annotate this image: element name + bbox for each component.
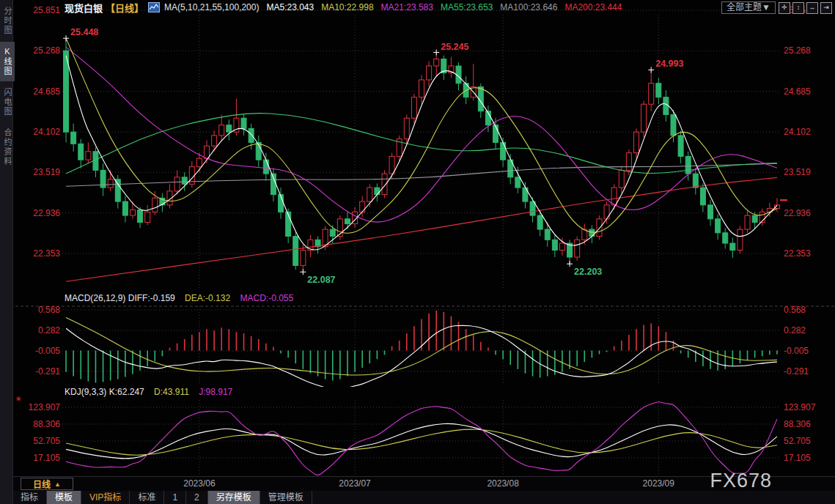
macd-ytick-left: 0.568: [15, 305, 60, 315]
kdj-settings-icon[interactable]: ✳: [15, 395, 21, 403]
main-ytick-left: 22.353: [15, 248, 60, 259]
header-icon-group: ✛↕↔⇥: [779, 2, 832, 14]
main-ytick-right: 25.268: [784, 45, 829, 56]
crosshair-icon[interactable]: ✛: [779, 2, 790, 14]
macd-ytick-left: 0.282: [15, 325, 60, 336]
xtick-2023/06: 2023/06: [176, 478, 223, 489]
toolbar-item-VIP指标[interactable]: VIP指标: [81, 491, 130, 504]
kdj-ytick-right: 17.105: [784, 453, 829, 463]
toolbar-item-2[interactable]: 2: [186, 491, 208, 504]
sidebar-item-K线图[interactable]: K线图: [0, 42, 15, 81]
macd-ytick-left: -0.291: [15, 366, 60, 377]
kdj-ytick-left: 52.705: [15, 436, 60, 446]
macd-ytick-left: -0.005: [15, 346, 60, 356]
pan-right-icon[interactable]: ⇥: [820, 2, 832, 14]
macd-panel-header: MACD(26,12,9) DIFF:-0.159 DEA:-0.132 MAC…: [65, 293, 293, 303]
ma-value-MA10: MA10:22.998: [321, 2, 373, 12]
j-line: [66, 402, 777, 475]
ma-line-MA200: [66, 177, 777, 281]
toolbar-item-另存模板[interactable]: 另存模板: [208, 491, 260, 504]
macd-ytick-right: -0.291: [784, 366, 829, 377]
sidebar-item-合约资料[interactable]: 合约资料: [0, 123, 15, 171]
xtick-2023/07: 2023/07: [331, 478, 378, 489]
toolbar-item-1[interactable]: 1: [164, 491, 186, 504]
main-ytick-left: 24.102: [15, 127, 60, 137]
ma-group-label: MA(5,10,21,55,100,200): [164, 2, 259, 12]
price-annotation-25.245: 25.245: [441, 42, 468, 52]
period-arrow-icon: ▲: [54, 481, 61, 488]
ma-line-MA100: [66, 163, 777, 186]
candlestick-chart[interactable]: 25.44825.24524.99322.08722.203: [0, 0, 835, 292]
kdj-panel-header: KDJ(9,3,3) K:62.247 D:43.911 J:98.917: [65, 387, 232, 397]
macd-ytick-right: -0.005: [784, 346, 829, 356]
toolbar-item-标准[interactable]: 标准: [130, 491, 164, 504]
ma-line-MA55: [66, 114, 777, 174]
main-ytick-left: 22.936: [15, 208, 60, 218]
xtick-2023/09: 2023/09: [635, 478, 682, 489]
price-annotation-24.993: 24.993: [655, 59, 683, 69]
header-controls: 全部主题▼ ✛↕↔⇥: [721, 1, 832, 14]
toolbar-item-管理模板[interactable]: 管理模板: [260, 491, 312, 504]
ma-values: MA5:23.043MA10:22.998MA21:23.583MA55:23.…: [259, 2, 622, 12]
ma-value-MA100: MA100:23.646: [500, 2, 557, 12]
ma-value-MA200: MA200:23.444: [564, 2, 622, 12]
scale-vertical-icon[interactable]: ↕: [792, 2, 804, 14]
price-annotation-25.448: 25.448: [70, 27, 98, 37]
kdj-ytick-left: 17.105: [15, 453, 60, 463]
main-ytick-left: 24.685: [15, 86, 60, 97]
ma-value-MA5: MA5:23.043: [266, 2, 314, 12]
toolbar-item-指标[interactable]: 指标: [12, 491, 47, 504]
ma-value-MA55: MA55:23.653: [441, 2, 493, 12]
sidebar-item-闪电图[interactable]: 闪电图: [0, 83, 15, 122]
kdj-ytick-right: 123.907: [784, 402, 829, 412]
main-ytick-right: 24.685: [784, 86, 829, 97]
kdj-ytick-left: 123.907: [15, 402, 60, 412]
price-annotation-22.087: 22.087: [307, 275, 335, 285]
chart-header: 现货白银 【日线】 MA(5,10,21,55,100,200) MA5:23.…: [12, 0, 835, 15]
chart-type-sidebar: 分时图K线图闪电图合约资料: [0, 0, 13, 504]
kdj-ytick-right: 88.306: [784, 419, 829, 429]
scale-horizontal-icon[interactable]: ↔: [806, 2, 818, 14]
brand-watermark: FX678: [710, 470, 772, 492]
main-ytick-right: 23.519: [784, 167, 829, 177]
kdj-ytick-left: 88.306: [15, 419, 60, 429]
ma-line-MA21: [66, 47, 777, 222]
main-ytick-right: 22.353: [784, 248, 829, 259]
kdj-ytick-right: 52.705: [784, 436, 829, 446]
main-ytick-right: 24.102: [784, 127, 829, 137]
period-tag: 【日线】: [106, 1, 144, 15]
xtick-2023/08: 2023/08: [479, 478, 526, 489]
period-label: 日线: [33, 478, 51, 490]
period-selector[interactable]: 日线 ▲: [21, 478, 73, 490]
macd-chart[interactable]: [0, 292, 835, 387]
main-ytick-right: 22.936: [784, 208, 829, 218]
ma-value-MA21: MA21:23.583: [381, 2, 433, 12]
toolbar-item-模板[interactable]: 模板: [47, 491, 81, 504]
main-ytick-left: 23.519: [15, 167, 60, 177]
main-ytick-left: 25.268: [15, 45, 60, 56]
macd-ytick-right: 0.282: [784, 325, 829, 336]
theme-dropdown[interactable]: 全部主题▼: [721, 1, 776, 14]
template-toolbar: 指标模板VIP指标标准12另存模板管理模板: [12, 491, 835, 504]
chart-application-window: 分时图K线图闪电图合约资料 现货白银 【日线】 MA(5,10,21,55,10…: [0, 0, 835, 504]
kdj-chart[interactable]: [0, 387, 835, 476]
kline-badge-icon[interactable]: [148, 2, 160, 12]
price-annotation-22.203: 22.203: [574, 267, 602, 277]
macd-ytick-right: 0.568: [784, 305, 829, 315]
symbol-title: 现货白银: [65, 1, 103, 15]
d-line: [66, 429, 777, 455]
